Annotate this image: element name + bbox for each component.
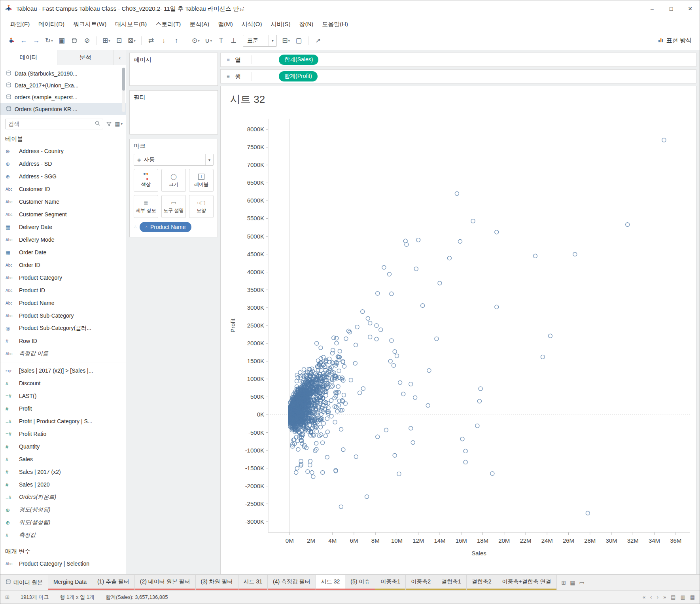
sort-descending-icon[interactable]: ↑ xyxy=(170,34,182,47)
field-item[interactable]: #Quantity xyxy=(0,440,126,453)
menu-서버[interactable]: 서버(S) xyxy=(266,17,295,31)
data-source-item[interactable]: Data_2017+(Union_Exa... xyxy=(0,80,126,91)
scrollbar-thumb[interactable] xyxy=(122,68,125,91)
pages-shelf[interactable]: 페이지 xyxy=(129,53,218,86)
mark-button-detail[interactable]: ≣세부 정보 xyxy=(134,195,158,218)
save-icon[interactable]: ▣ xyxy=(56,34,68,47)
new-datasource-icon[interactable] xyxy=(68,34,80,47)
columns-shelf[interactable]: ≡ 열 합계(Sales) xyxy=(220,53,696,67)
mark-button-label[interactable]: T레이블 xyxy=(189,169,214,192)
show-hide-cards-icon[interactable]: ⊟▾ xyxy=(280,34,292,47)
tab-datasource[interactable]: 데이터 원본 xyxy=(0,575,48,590)
show-sheet-sorter-icon[interactable]: ▦ xyxy=(690,594,695,600)
menu-분석[interactable]: 분석(A) xyxy=(185,17,214,31)
field-item[interactable]: #Sales xyxy=(0,453,126,466)
tab-data[interactable]: 데이터 xyxy=(0,50,57,65)
next-tab-icon[interactable]: › xyxy=(657,594,658,600)
field-item[interactable]: AbcProduct Category | Selection xyxy=(0,557,126,570)
field-item[interactable]: Abc측정값 이름 xyxy=(0,347,126,360)
data-source-item[interactable]: orders (sample_superst... xyxy=(0,91,126,103)
field-item[interactable]: AbcProduct Category xyxy=(0,271,126,284)
rows-pill[interactable]: 합계(Profit) xyxy=(279,71,318,81)
view-options-icon[interactable]: ▦▾ xyxy=(115,121,123,127)
filter-icon[interactable] xyxy=(106,121,112,127)
sheet-tab[interactable]: 시트 31 xyxy=(238,575,268,590)
field-item[interactable]: ⊕Address - Country xyxy=(0,145,126,157)
minimize-button[interactable]: – xyxy=(643,0,662,17)
field-item[interactable]: ⊕위도(생성됨) xyxy=(0,516,126,529)
field-item[interactable]: AbcOrder ID xyxy=(0,259,126,271)
sheet-tab[interactable]: (5) 이슈 xyxy=(345,575,375,590)
show-filmstrip-icon[interactable]: ▥ xyxy=(680,594,685,600)
field-item[interactable]: #Sales | 2020 xyxy=(0,478,126,491)
tab-analytics[interactable]: 분석 xyxy=(57,50,114,65)
show-sheet-tabs-icon[interactable]: ▤ xyxy=(671,594,675,600)
columns-pill[interactable]: 합계(Sales) xyxy=(279,55,318,65)
first-tab-icon[interactable]: « xyxy=(643,594,645,600)
sheet-tab[interactable]: 결합축2 xyxy=(467,575,497,590)
sheet-tab[interactable]: 이중축2 xyxy=(406,575,436,590)
search-input[interactable] xyxy=(8,121,93,127)
rows-shelf[interactable]: ≡ 행 합계(Profit) xyxy=(220,69,696,83)
sort-ascending-icon[interactable]: ↓ xyxy=(158,34,170,47)
data-source-item[interactable]: Data (Starbucks_20190... xyxy=(0,68,126,80)
field-item[interactable]: =#Profit | Product Category | S... xyxy=(0,415,126,428)
sheet-tab[interactable]: (4) 측정값 필터 xyxy=(268,575,316,590)
menu-대시보드[interactable]: 대시보드(B) xyxy=(111,17,151,31)
presentation-mode-icon[interactable]: ▢ xyxy=(293,34,305,47)
field-item[interactable]: =T|F[Sales | 2017 (x2)] > [Sales |... xyxy=(0,364,126,377)
field-item[interactable]: AbcProduct Name xyxy=(0,297,126,309)
field-item[interactable]: #Sales | 2017 (x2) xyxy=(0,466,126,478)
sheet-tab[interactable]: Merging Data xyxy=(48,575,92,590)
fit-dropdown[interactable]: 표준 ▾ xyxy=(243,35,277,47)
scatter-plot[interactable]: 8000K7500K7000K6500K6000K5500K5000K4500K… xyxy=(221,108,695,572)
share-icon[interactable]: ↗ xyxy=(312,34,324,47)
scrollbar[interactable] xyxy=(122,68,125,112)
field-item[interactable]: ⊕Address - SGG xyxy=(0,170,126,183)
field-item[interactable]: #Row ID xyxy=(0,335,126,347)
group-members-icon[interactable]: ∪▾ xyxy=(202,34,214,47)
new-worksheet-icon[interactable]: ⊞▾ xyxy=(100,34,112,47)
forward-icon[interactable]: → xyxy=(30,34,42,47)
swap-rows-columns-icon[interactable]: ⇄ xyxy=(145,34,157,47)
duplicate-sheet-icon[interactable]: ⊡ xyxy=(113,34,125,47)
field-item[interactable]: #측정값 xyxy=(0,529,126,542)
sheet-tab[interactable]: (1) 추출 필터 xyxy=(92,575,135,590)
mark-button-tooltip[interactable]: ▭도구 설명 xyxy=(161,195,186,218)
new-dashboard-icon[interactable]: ▦ xyxy=(570,579,575,586)
field-item[interactable]: =#Orders(카운트) xyxy=(0,491,126,504)
menu-맵[interactable]: 맵(M) xyxy=(214,17,237,31)
maximize-button[interactable]: □ xyxy=(662,0,681,17)
menu-스토리[interactable]: 스토리(T) xyxy=(151,17,185,31)
field-item[interactable]: AbcCustomer Name xyxy=(0,195,126,208)
menu-서식[interactable]: 서식(O) xyxy=(237,17,267,31)
field-item[interactable]: ⊕경도(생성됨) xyxy=(0,504,126,516)
field-item[interactable]: ⊕Address - SD xyxy=(0,157,126,170)
sheet-tab[interactable]: (3) 차원 필터 xyxy=(196,575,238,590)
field-item[interactable]: AbcProduct ID xyxy=(0,284,126,297)
previous-tab-icon[interactable]: ‹ xyxy=(650,594,652,600)
field-item[interactable]: ◎Product Sub-Category(클러... xyxy=(0,322,126,335)
sheet-tab[interactable]: (2) 데이터 원본 필터 xyxy=(135,575,196,590)
fix-axes-icon[interactable]: ⊥ xyxy=(228,34,240,47)
sheet-tab[interactable]: 이중축+결합축 연결 xyxy=(497,575,557,590)
pause-updates-icon[interactable]: ⊘ xyxy=(81,34,93,47)
menu-파일[interactable]: 파일(F) xyxy=(6,17,34,31)
field-item[interactable]: ▦Order Date xyxy=(0,246,126,259)
field-item[interactable]: =#Profit Ratio xyxy=(0,428,126,440)
sheet-tab[interactable]: 시트 32 xyxy=(316,575,345,590)
field-item[interactable]: #Discount xyxy=(0,377,126,390)
refresh-data-icon[interactable]: ↻▾ xyxy=(43,34,55,47)
back-icon[interactable]: ← xyxy=(18,34,30,47)
last-tab-icon[interactable]: » xyxy=(663,594,666,600)
new-worksheet-icon[interactable]: ⊞ xyxy=(562,579,566,586)
field-item[interactable]: AbcDelivery Mode xyxy=(0,233,126,246)
highlight-icon[interactable]: ⊙▾ xyxy=(190,34,202,47)
close-button[interactable]: ✕ xyxy=(681,0,700,17)
clear-sheet-icon[interactable]: ⊠▾ xyxy=(126,34,138,47)
show-mark-labels-icon[interactable]: T xyxy=(215,34,227,47)
tableau-logo-icon[interactable] xyxy=(5,34,17,47)
field-item[interactable]: AbcCustomer Segment xyxy=(0,208,126,221)
sheet-tab[interactable]: 이중축1 xyxy=(375,575,406,590)
new-story-icon[interactable]: ▭ xyxy=(579,579,585,586)
